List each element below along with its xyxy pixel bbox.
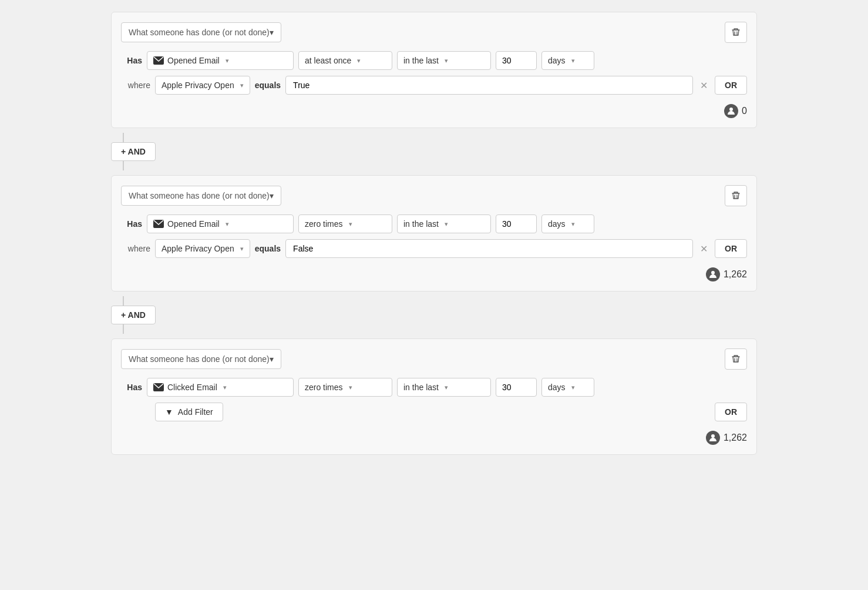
trash-icon-1 — [731, 28, 741, 37]
unit-label-2: days — [548, 219, 566, 229]
main-select-label-3: What someone has done (or not done) — [129, 354, 270, 364]
frequency-arrow-1: ▾ — [357, 57, 361, 65]
and-button-1[interactable]: + AND — [111, 142, 156, 161]
event-type-label-1: Opened Email — [167, 56, 220, 65]
frequency-select-2[interactable]: zero times ▾ — [298, 214, 392, 233]
frequency-arrow-3: ▾ — [349, 384, 352, 391]
clear-button-2[interactable]: ✕ — [698, 243, 710, 254]
main-select-arrow-3: ▾ — [270, 354, 274, 364]
person-icon-3 — [706, 431, 720, 445]
condition-block-3: What someone has done (or not done) ▾ Ha… — [111, 338, 757, 455]
frequency-select-1[interactable]: at least once ▾ — [298, 51, 392, 70]
frequency-label-1: at least once — [305, 56, 351, 65]
or-button-3[interactable]: OR — [715, 403, 747, 421]
timeframe-arrow-2: ▾ — [445, 220, 448, 228]
equals-label-1: equals — [255, 81, 281, 90]
count-number-2: 1,262 — [724, 269, 747, 280]
main-select-arrow-1: ▾ — [270, 28, 274, 37]
email-icon-3 — [153, 383, 164, 391]
event-select-arrow-2: ▾ — [226, 220, 229, 228]
condition-block-1: What someone has done (or not done) ▾ Ha… — [111, 12, 757, 128]
event-select-2[interactable]: Opened Email ▾ — [147, 214, 294, 233]
timeframe-label-3: in the last — [403, 383, 439, 392]
delete-button-2[interactable] — [725, 185, 747, 206]
number-input-3[interactable] — [496, 378, 537, 397]
count-number-1: 0 — [742, 106, 747, 116]
value-input-1[interactable] — [285, 76, 693, 95]
clear-button-1[interactable]: ✕ — [698, 80, 710, 91]
has-row-2: Has Opened Email ▾ zero times ▾ in the l… — [121, 214, 747, 233]
svg-point-3 — [711, 271, 715, 274]
vertical-line-2 — [123, 296, 124, 306]
person-icon-2 — [706, 267, 720, 281]
where-label-2: where — [121, 244, 150, 253]
where-field-label-1: Apple Privacy Open — [162, 81, 234, 90]
where-field-arrow-1: ▾ — [240, 82, 244, 89]
or-button-2[interactable]: OR — [715, 239, 747, 258]
timeframe-arrow-1: ▾ — [445, 57, 448, 65]
where-row-2: where Apple Privacy Open ▾ equals ✕ OR — [121, 239, 747, 258]
main-select-3[interactable]: What someone has done (or not done) ▾ — [121, 349, 281, 369]
event-select-1[interactable]: Opened Email ▾ — [147, 51, 294, 70]
timeframe-label-1: in the last — [403, 56, 439, 65]
frequency-select-3[interactable]: zero times ▾ — [298, 378, 392, 397]
event-type-label-2: Opened Email — [167, 219, 220, 229]
count-row-3: 1,262 — [121, 427, 747, 445]
where-field-select-2[interactable]: Apple Privacy Open ▾ — [155, 239, 250, 258]
main-select-arrow-2: ▾ — [270, 191, 274, 200]
timeframe-label-2: in the last — [403, 219, 439, 229]
main-select-2[interactable]: What someone has done (or not done) ▾ — [121, 186, 281, 206]
block-header-3: What someone has done (or not done) ▾ — [121, 348, 747, 370]
or-button-1[interactable]: OR — [715, 76, 747, 95]
email-icon-2 — [153, 220, 164, 228]
unit-select-1[interactable]: days ▾ — [541, 51, 594, 70]
unit-arrow-3: ▾ — [571, 384, 575, 391]
filter-icon-3: ▼ — [165, 407, 173, 417]
count-number-3: 1,262 — [724, 433, 747, 443]
has-label-3: Has — [121, 383, 142, 392]
block-header-2: What someone has done (or not done) ▾ — [121, 185, 747, 206]
vertical-line-1 — [123, 133, 124, 142]
unit-arrow-2: ▾ — [571, 220, 575, 228]
has-row-1: Has Opened Email ▾ at least once ▾ in th… — [121, 51, 747, 70]
delete-button-3[interactable] — [725, 348, 747, 370]
event-select-3[interactable]: Clicked Email ▾ — [147, 378, 294, 397]
equals-label-2: equals — [255, 244, 281, 253]
trash-icon-3 — [731, 354, 741, 364]
has-label-1: Has — [121, 56, 142, 65]
timeframe-arrow-3: ▾ — [445, 384, 448, 391]
timeframe-select-3[interactable]: in the last ▾ — [397, 378, 491, 397]
add-filter-button-3[interactable]: ▼ Add Filter — [155, 403, 223, 421]
delete-button-1[interactable] — [725, 22, 747, 43]
has-row-3: Has Clicked Email ▾ zero times ▾ in the … — [121, 378, 747, 397]
add-filter-row-3: ▼ Add Filter OR — [121, 403, 747, 421]
where-label-1: where — [121, 81, 150, 90]
has-label-2: Has — [121, 219, 142, 229]
count-row-1: 0 — [121, 100, 747, 118]
where-field-label-2: Apple Privacy Open — [162, 244, 234, 253]
event-select-arrow-1: ▾ — [226, 57, 229, 65]
main-select-label-1: What someone has done (or not done) — [129, 28, 270, 37]
timeframe-select-2[interactable]: in the last ▾ — [397, 214, 491, 233]
main-select-1[interactable]: What someone has done (or not done) ▾ — [121, 22, 281, 42]
where-field-select-1[interactable]: Apple Privacy Open ▾ — [155, 76, 250, 95]
and-connector-2: + AND — [111, 296, 757, 334]
timeframe-select-1[interactable]: in the last ▾ — [397, 51, 491, 70]
vertical-line-1b — [123, 161, 124, 170]
frequency-label-3: zero times — [305, 383, 343, 392]
unit-label-3: days — [548, 383, 566, 392]
count-row-2: 1,262 — [121, 264, 747, 281]
number-input-1[interactable] — [496, 51, 537, 70]
and-button-2[interactable]: + AND — [111, 306, 156, 324]
number-input-2[interactable] — [496, 214, 537, 233]
where-field-arrow-2: ▾ — [240, 245, 244, 253]
value-input-2[interactable] — [285, 239, 693, 258]
frequency-label-2: zero times — [305, 219, 343, 229]
svg-point-1 — [729, 108, 733, 111]
unit-label-1: days — [548, 56, 566, 65]
vertical-line-2b — [123, 324, 124, 334]
unit-select-2[interactable]: days ▾ — [541, 214, 594, 233]
main-select-label-2: What someone has done (or not done) — [129, 191, 270, 200]
unit-select-3[interactable]: days ▾ — [541, 378, 594, 397]
unit-arrow-1: ▾ — [571, 57, 575, 65]
